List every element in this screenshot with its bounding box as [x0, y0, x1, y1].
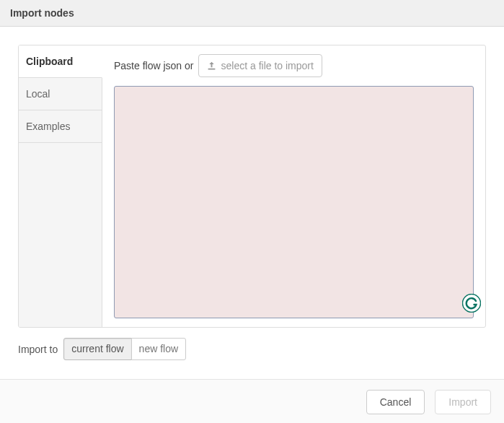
import-panel: Clipboard Local Examples Paste flow json… [18, 45, 486, 328]
select-file-button[interactable]: select a file to import [198, 54, 322, 77]
sidebar-item-label: Examples [26, 121, 70, 132]
button-label: Import [448, 396, 477, 408]
paste-label: Paste flow json or [114, 60, 194, 71]
sidebar-tab-clipboard[interactable]: Clipboard [19, 45, 102, 78]
import-to-toggle: current flow new flow [63, 338, 186, 360]
flow-json-textarea[interactable] [114, 86, 474, 318]
import-to-label: Import to [18, 344, 58, 355]
sidebar-item-label: Clipboard [26, 56, 73, 67]
sidebar-tab-examples[interactable]: Examples [19, 110, 102, 143]
dialog-header: Import nodes [0, 0, 504, 27]
import-to-current-flow[interactable]: current flow [63, 338, 131, 360]
dialog-body: Clipboard Local Examples Paste flow json… [0, 27, 504, 372]
dialog-title: Import nodes [10, 7, 494, 19]
import-to-new-flow[interactable]: new flow [131, 338, 186, 360]
button-label: Cancel [380, 396, 412, 408]
toggle-label: current flow [71, 343, 123, 354]
sidebar-tab-local[interactable]: Local [19, 78, 102, 110]
cancel-button[interactable]: Cancel [366, 390, 425, 414]
select-file-label: select a file to import [221, 61, 314, 71]
clipboard-content: Paste flow json or select a file to impo… [102, 45, 485, 327]
sidebar-item-label: Local [26, 88, 50, 100]
toggle-label: new flow [139, 343, 178, 354]
dialog-footer: Cancel Import [0, 379, 504, 423]
svg-rect-0 [208, 68, 215, 69]
import-button[interactable]: Import [435, 390, 491, 414]
source-sidebar: Clipboard Local Examples [19, 45, 102, 327]
upload-icon [207, 61, 216, 71]
import-to-row: Import to current flow new flow [18, 328, 486, 360]
paste-instruction-row: Paste flow json or select a file to impo… [114, 54, 474, 77]
